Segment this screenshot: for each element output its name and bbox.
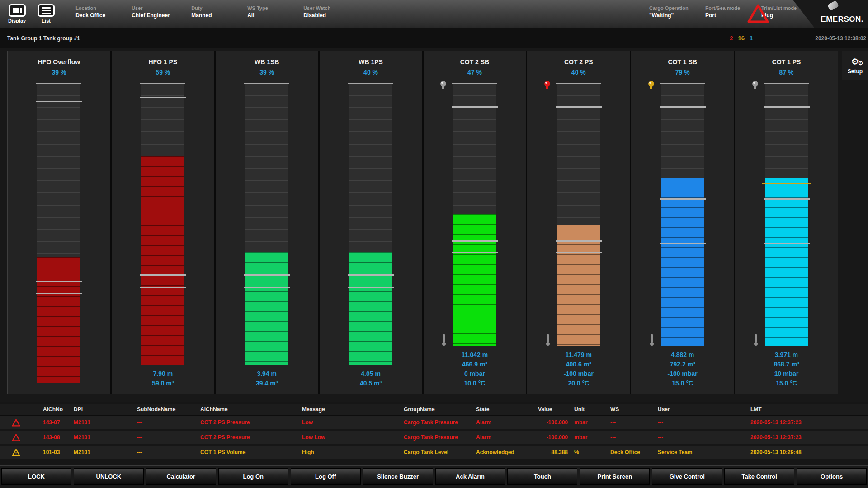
alarm-triangle-icon[interactable] [747,4,769,23]
alarm-row[interactable]: 101-03M2101---COT 1 PS VolumeHighCargo T… [0,446,868,459]
field-value: Chief Engineer [132,12,186,19]
tank-panel-wb-1sb[interactable]: WB 1SB 39 % 3.94 m39.4 m³ [216,51,320,394]
button-display[interactable]: Display [8,4,26,23]
gauge-tick [244,287,290,288]
tank-panel-hfo-overflow[interactable]: HFO Overflow 39 % [8,51,112,394]
tank-readouts: 7.90 m59.0 m³ [152,369,174,388]
toolbar-button-touch[interactable]: Touch [507,468,577,485]
high-setpoint-line [762,183,811,184]
tank-readout-value: 15.0 °C [668,379,698,388]
tank-name: HFO Overflow [38,58,80,66]
tank-readout-value: -100 mbar [564,369,594,379]
alarm-cell-subnodename: --- [137,449,200,455]
alarm-row[interactable]: 143-08M2101---COT 2 PS PressureLow LowCa… [0,431,868,444]
tank-readouts: 3.94 m39.4 m³ [256,369,278,388]
column-header-unit: Unit [574,406,610,413]
status-bar: Tank Group 1 Tank group #1 2 16 1 2020-0… [0,28,868,48]
toolbar-button-options[interactable]: Options [797,468,867,485]
toolbar-button-unlock[interactable]: UNLOCK [74,468,144,485]
alarm-severity-icon [0,449,43,456]
toolbar-button-log-on[interactable]: Log On [218,468,288,485]
alarm-row[interactable]: 143-07M2101---COT 2 PS PressureLowCargo … [0,416,868,429]
tank-readout-value: 3.971 m [774,350,799,360]
tank-panel-wb-1ps[interactable]: WB 1PS 40 % 4.05 m40.5 m³ [320,51,424,394]
tank-panel-hfo-1-ps[interactable]: HFO 1 PS 59 % 7.90 m59.0 m³ [112,51,216,394]
column-header-alchname: AlChName [200,406,302,413]
tank-name: WB 1SB [255,58,279,66]
alarm-cell-unit: % [574,449,610,455]
alarm-cell-value: -100.000 [538,434,574,441]
alarm-table-rows: 143-07M2101---COT 2 PS PressureLowCargo … [0,416,868,459]
list-icon [38,4,55,17]
main-area: HFO Overflow 39 % HFO 1 PS 59 % 7.90 m59… [0,48,868,402]
gauge-tick [140,274,186,276]
tank-name: HFO 1 PS [148,58,177,66]
alarm-cell-unit: mbar [574,419,610,426]
brand-name: EMERSON. [821,15,863,24]
tank-panel-cot-2-sb[interactable]: COT 2 SB 47 % 11.042 m466.9 m³0 mbar10.0… [424,51,528,394]
gauge-tick [764,198,810,200]
button-list[interactable]: List [38,4,55,23]
alarm-cell-alchno: 143-08 [43,434,74,441]
tank-readout-value: 466.9 m³ [462,360,488,369]
gauge-tick [348,274,394,276]
gauge-tick [140,97,186,98]
gauge-tick [556,106,602,108]
tank-name: COT 1 PS [772,58,801,66]
gauge-tick [140,287,186,288]
toolbar-button-take-control[interactable]: Take Control [724,468,794,485]
tank-panel-cot-2-ps[interactable]: COT 2 PS 40 % 11.479 m400.6 m³-100 mbar2… [527,51,631,394]
tank-gauge [141,83,184,365]
alarm-cell-state: Alarm [476,434,538,441]
alarm-cell-message: Low [302,419,404,426]
toolbar-button-silence-buzzer[interactable]: Silence Buzzer [363,468,433,485]
alarm-count-red: 2 [730,35,733,42]
alarm-cell-alchno: 143-07 [43,419,74,426]
toolbar-button-calculator[interactable]: Calculator [146,468,216,485]
tank-readout-value: 868.7 m³ [774,360,799,369]
tank-gauge [37,83,80,383]
tank-name: COT 1 SB [668,58,697,66]
field-value: Disabled [303,12,354,19]
alarm-cell-user: Service Team [658,449,750,455]
toolbar-button-give-control[interactable]: Give Control [652,468,722,485]
alarm-count-yellow: 16 [738,35,745,42]
gauge-tick [36,281,82,282]
tank-name: COT 2 SB [460,58,490,66]
column-header-state: State [476,406,538,413]
gear-icon: ⚙⚙ [851,57,859,66]
setup-button[interactable]: ⚙⚙ Setup [842,51,868,80]
alarm-cell-lmt: 2020-05-13 10:29:48 [750,449,868,455]
tank-readout-value: 40.5 m³ [360,379,382,388]
tank-panel-cot-1-ps[interactable]: COT 1 PS 87 % 3.971 m868.7 m³10 mbar15.0… [735,51,838,394]
tank-readout-value: 3.94 m [256,369,278,379]
tank-panel-cot-1-sb[interactable]: COT 1 SB 79 % 4.882 m792.2 m³-100 mbar15… [631,51,735,394]
tank-readout-value: 59.0 m³ [152,379,174,388]
alarm-table-header: AlChNoDPISubNodeNameAlChNameMessageGroup… [0,404,868,416]
header-field-user-watch: User WatchDisabled [298,5,354,22]
toolbar-button-print-screen[interactable]: Print Screen [580,468,650,485]
tank-gauge [453,83,496,346]
gauge-tick [244,274,290,276]
thermometer-icon [754,334,758,346]
toolbar-button-log-off[interactable]: Log Off [291,468,361,485]
toolbar-button-ack-alarm[interactable]: Ack Alarm [435,468,505,485]
alarm-cell-state: Alarm [476,419,538,426]
tank-readout-value: 0 mbar [462,369,488,379]
alarm-cell-user: --- [658,434,750,441]
alarm-cell-groupname: Cargo Tank Pressure [404,419,476,426]
header-fields-left: LocationDeck OfficeUserChief EngineerDut… [74,5,354,22]
alarm-cell-alchname: COT 2 PS Pressure [200,434,302,441]
tank-gauge [557,83,600,346]
gauge-tick [764,243,810,244]
alarm-cell-message: High [302,449,404,455]
tank-gauge [245,83,288,365]
gauge-tick [660,106,706,108]
alarm-severity-icon [0,434,43,441]
toolbar-button-lock[interactable]: LOCK [1,468,71,485]
alarm-count-blue: 1 [750,35,753,42]
gauge-fill [557,225,600,346]
field-label: Duty [191,5,242,11]
tank-readout-value: 39.4 m³ [256,379,278,388]
alarm-cell-user: --- [658,419,750,426]
